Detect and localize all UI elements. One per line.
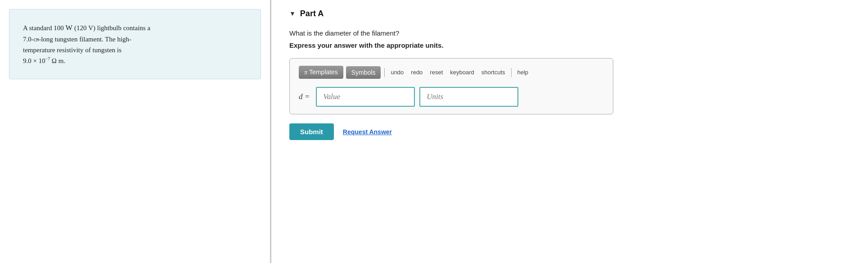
redo-button[interactable]: redo <box>409 67 425 77</box>
toolbar-sep-1 <box>384 68 385 77</box>
instruction-text: Express your answer with the appropriate… <box>289 41 850 49</box>
request-answer-link[interactable]: Request Answer <box>343 128 392 136</box>
answer-input-row: d = <box>299 87 604 107</box>
keyboard-button[interactable]: keyboard <box>448 67 476 77</box>
toolbar-sep-2 <box>511 68 512 77</box>
problem-statement: A standard 100 W (120 V) lightbulb conta… <box>9 9 261 79</box>
shortcuts-button[interactable]: shortcuts <box>479 67 508 77</box>
question-text: What is the diameter of the filament? <box>289 29 850 37</box>
submit-button[interactable]: Submit <box>289 123 334 140</box>
action-row: Submit Request Answer <box>289 123 850 140</box>
right-panel: ▼ Part A What is the diameter of the fil… <box>271 0 868 263</box>
math-editor: π Templates Symbols undo redo reset keyb… <box>289 58 613 114</box>
variable-label: d = <box>299 92 310 101</box>
problem-text: A standard 100 W (120 V) lightbulb conta… <box>23 22 247 66</box>
units-input[interactable] <box>419 87 518 107</box>
part-title: Part A <box>300 9 324 18</box>
symbols-button[interactable]: Symbols <box>346 66 381 79</box>
undo-button[interactable]: undo <box>388 67 406 77</box>
collapse-chevron[interactable]: ▼ <box>289 10 296 18</box>
value-input[interactable] <box>316 87 415 107</box>
reset-button[interactable]: reset <box>427 67 445 77</box>
templates-button[interactable]: π Templates <box>299 66 343 79</box>
help-button[interactable]: help <box>515 67 531 77</box>
part-header: ▼ Part A <box>289 9 850 18</box>
math-toolbar: π Templates Symbols undo redo reset keyb… <box>299 66 604 79</box>
